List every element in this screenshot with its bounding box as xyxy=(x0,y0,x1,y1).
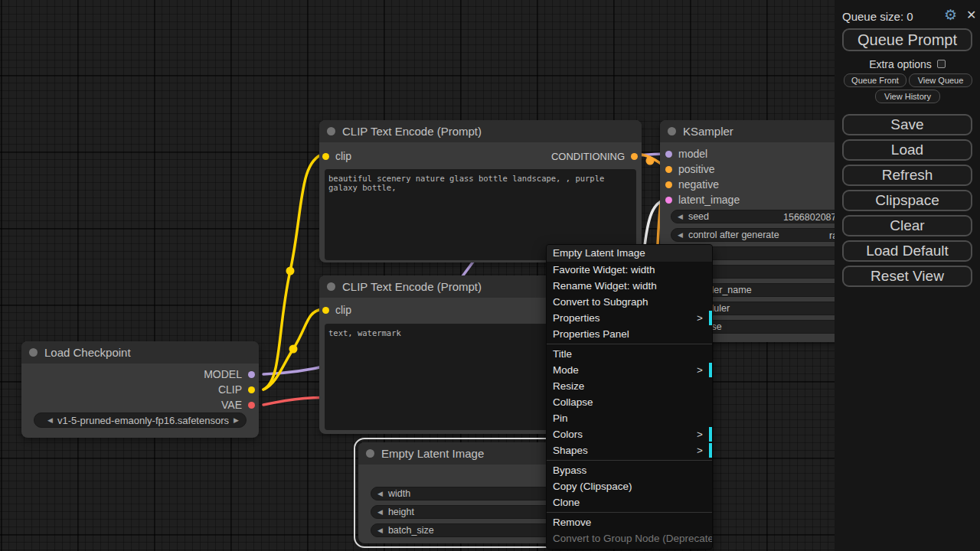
menu-item-convert-to-group-node: Convert to Group Node (Deprecated) xyxy=(547,530,712,546)
submenu-accent-bar xyxy=(709,311,712,325)
prev-option-arrow-icon[interactable] xyxy=(47,417,53,424)
menu-item-pin[interactable]: Pin xyxy=(547,410,712,426)
queue-prompt-button[interactable]: Queue Prompt xyxy=(842,28,972,51)
model-port-icon[interactable] xyxy=(665,151,672,158)
clip-port-icon[interactable] xyxy=(322,153,329,160)
settings-gear-icon[interactable]: ⚙ xyxy=(944,6,957,24)
extra-options-label: Extra options xyxy=(869,58,932,70)
queue-front-button[interactable]: Queue Front xyxy=(844,73,906,87)
menu-item-bypass[interactable]: Bypass xyxy=(547,462,712,478)
decrement-arrow-icon[interactable] xyxy=(678,232,683,239)
menu-item-convert-to-subgraph[interactable]: Convert to Subgraph xyxy=(547,294,712,310)
collapse-dot-icon[interactable] xyxy=(668,127,676,135)
output-slot-clip[interactable]: CLIP xyxy=(21,382,259,397)
collapse-dot-icon[interactable] xyxy=(366,449,374,458)
menu-item-copy-clipspace[interactable]: Copy (Clipspace) xyxy=(547,478,712,494)
load-button[interactable]: Load xyxy=(842,139,972,161)
decrement-arrow-icon[interactable] xyxy=(377,491,383,497)
output-slot-model[interactable]: MODEL xyxy=(21,367,259,382)
conditioning-port-icon[interactable] xyxy=(665,166,672,173)
queue-sidebar: Queue size: 0 ⚙ ✕ Queue Prompt Extra opt… xyxy=(835,0,980,551)
ckpt-name-combo[interactable]: v1-5-pruned-emaonly-fp16.safetensors xyxy=(34,412,247,428)
vae-port-icon[interactable] xyxy=(248,402,255,409)
menu-item-rename-widget[interactable]: Rename Widget: width xyxy=(547,278,712,294)
node-title: CLIP Text Encode (Prompt) xyxy=(342,280,482,293)
menu-separator xyxy=(547,512,712,513)
context-menu: Empty Latent Image Favorite Widget: widt… xyxy=(546,244,713,549)
node-title-bar[interactable]: CLIP Text Encode (Prompt) xyxy=(319,120,642,142)
collapse-dot-icon[interactable] xyxy=(29,348,38,357)
node-title: CLIP Text Encode (Prompt) xyxy=(342,125,482,138)
menu-item-remove[interactable]: Remove xyxy=(547,514,712,530)
latent-port-icon[interactable] xyxy=(665,197,672,204)
menu-separator xyxy=(547,460,712,461)
menu-item-clone[interactable]: Clone xyxy=(547,494,712,510)
menu-item-title[interactable]: Title xyxy=(547,346,712,362)
comfyui-workspace: CLIP Text Encode (Prompt) clip CONDITION… xyxy=(0,0,980,551)
view-history-button[interactable]: View History xyxy=(875,90,940,103)
refresh-button[interactable]: Refresh xyxy=(842,165,972,186)
menu-item-properties-panel[interactable]: Properties Panel xyxy=(547,326,712,342)
menu-item-mode[interactable]: Mode xyxy=(547,362,712,378)
output-slot-vae[interactable]: VAE xyxy=(21,397,259,412)
submenu-accent-bar xyxy=(709,443,712,458)
collapse-dot-icon[interactable] xyxy=(327,127,335,135)
menu-separator xyxy=(547,344,712,344)
node-clip-text-encode-positive[interactable]: CLIP Text Encode (Prompt) clip CONDITION… xyxy=(319,120,642,262)
clip-port-icon[interactable] xyxy=(322,307,329,314)
queue-size-label: Queue size: 0 xyxy=(842,10,913,23)
clip-port-icon[interactable] xyxy=(248,386,255,393)
reset-view-button[interactable]: Reset View xyxy=(842,266,972,287)
input-slot-clip[interactable]: clip xyxy=(319,148,480,164)
decrement-arrow-icon[interactable] xyxy=(678,214,683,220)
menu-item-favorite-widget[interactable]: Favorite Widget: width xyxy=(547,262,712,278)
node-title: Empty Latent Image xyxy=(381,447,484,460)
output-slot-conditioning[interactable]: CONDITIONING xyxy=(480,148,642,164)
submenu-accent-bar xyxy=(709,427,712,442)
save-button[interactable]: Save xyxy=(842,114,972,135)
model-port-icon[interactable] xyxy=(248,371,255,378)
decrement-arrow-icon[interactable] xyxy=(377,509,383,516)
menu-item-resize[interactable]: Resize xyxy=(547,378,712,394)
close-icon[interactable]: ✕ xyxy=(966,8,976,22)
conditioning-port-icon[interactable] xyxy=(631,153,638,160)
submenu-arrow-icon xyxy=(697,442,703,458)
node-load-checkpoint[interactable]: Load Checkpoint MODEL CLIP VAE v1-5-prun… xyxy=(21,341,259,438)
decrement-arrow-icon[interactable] xyxy=(377,527,383,534)
conditioning-port-icon[interactable] xyxy=(665,181,672,188)
node-title: Load Checkpoint xyxy=(44,346,131,359)
menu-item-collapse[interactable]: Collapse xyxy=(547,394,712,410)
submenu-accent-bar xyxy=(709,363,712,377)
menu-item-colors[interactable]: Colors xyxy=(547,426,712,442)
clear-button[interactable]: Clear xyxy=(842,215,972,236)
next-option-arrow-icon[interactable] xyxy=(234,417,239,424)
submenu-arrow-icon xyxy=(697,362,703,378)
submenu-arrow-icon xyxy=(697,426,703,442)
collapse-dot-icon[interactable] xyxy=(327,282,335,291)
submenu-arrow-icon xyxy=(697,310,703,326)
menu-item-properties[interactable]: Properties xyxy=(547,310,712,326)
context-menu-header: Empty Latent Image xyxy=(547,245,712,262)
extra-options-checkbox[interactable] xyxy=(937,60,946,68)
clipspace-button[interactable]: Clipspace xyxy=(842,190,972,211)
node-title: KSampler xyxy=(683,125,733,138)
view-queue-button[interactable]: View Queue xyxy=(909,73,972,87)
node-title-bar[interactable]: Load Checkpoint xyxy=(21,341,259,364)
load-default-button[interactable]: Load Default xyxy=(842,240,972,262)
menu-item-shapes[interactable]: Shapes xyxy=(547,442,712,458)
